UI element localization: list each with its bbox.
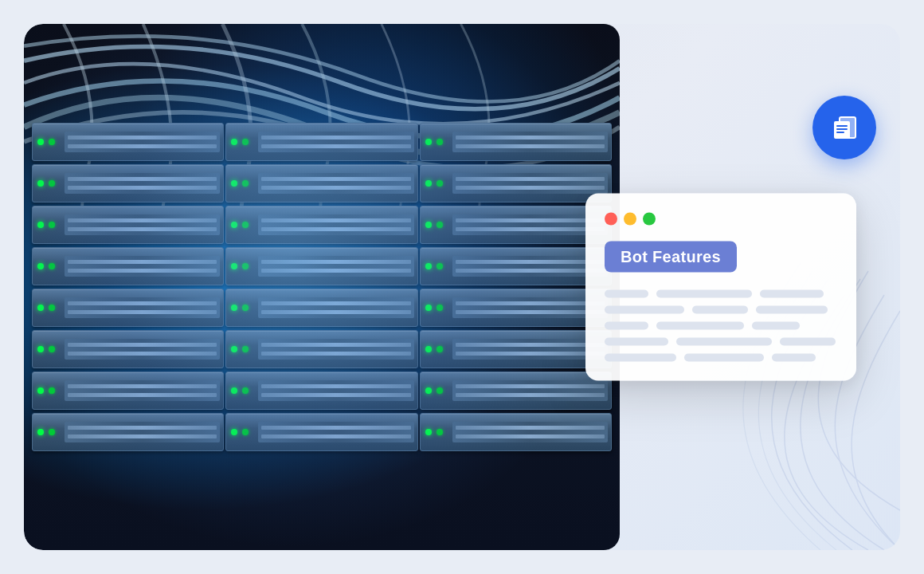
content-line (692, 306, 748, 314)
traffic-light-red (605, 213, 617, 226)
content-line (756, 306, 828, 314)
content-line (656, 322, 744, 330)
card-line-row (605, 338, 837, 346)
server-image (24, 24, 620, 550)
traffic-lights (605, 213, 837, 226)
rack-unit (225, 247, 417, 285)
content-line (760, 290, 824, 298)
rack-unit (32, 330, 224, 368)
rack-unit (420, 413, 612, 451)
rack-unit (32, 206, 224, 244)
rack-unit (225, 413, 417, 451)
traffic-light-yellow (624, 213, 636, 226)
blue-circle-icon (812, 96, 876, 159)
rack-unit (32, 289, 224, 327)
card-line-row (605, 290, 837, 298)
main-container: Bot Features (24, 24, 900, 550)
traffic-light-green (643, 213, 656, 226)
content-line (605, 338, 668, 346)
rack-unit (225, 123, 417, 161)
rack-unit (225, 372, 417, 410)
content-line (752, 322, 800, 330)
rack-unit (225, 330, 417, 368)
documents-icon (828, 112, 860, 144)
content-line (684, 354, 764, 362)
floating-card: Bot Features (585, 194, 856, 381)
rack-unit (32, 372, 224, 410)
card-line-row (605, 322, 837, 330)
content-line (772, 354, 816, 362)
rack-unit (420, 164, 612, 202)
content-line (656, 290, 752, 298)
content-line (605, 322, 648, 330)
rack-unit (420, 289, 612, 327)
card-content-lines (605, 290, 837, 362)
content-line (605, 306, 684, 314)
rack-unit (32, 413, 224, 451)
rack-unit (420, 123, 612, 161)
content-line (605, 290, 648, 298)
content-line (605, 354, 676, 362)
content-line (676, 338, 772, 346)
rack-unit (32, 247, 224, 285)
rack-unit (420, 206, 612, 244)
rack-unit (225, 289, 417, 327)
card-line-row (605, 354, 837, 362)
server-rack (24, 24, 620, 550)
rack-unit (32, 123, 224, 161)
card-line-row (605, 306, 837, 314)
rack-unit (225, 206, 417, 244)
content-line (780, 338, 836, 346)
rack-unit (225, 164, 417, 202)
bot-features-badge: Bot Features (605, 242, 737, 273)
rack-unit (420, 247, 612, 285)
rack-unit (32, 164, 224, 202)
rack-unit (420, 372, 612, 410)
rack-unit (420, 330, 612, 368)
